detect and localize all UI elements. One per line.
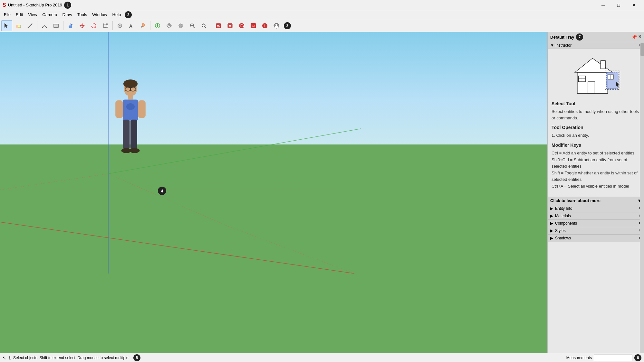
modifier-key-3: Shift = Toggle whether an entity is with… (552, 170, 640, 182)
menubar: File Edit View Camera Draw Tools Window … (0, 10, 644, 19)
click-to-learn-label: Click to learn about more (550, 198, 601, 203)
svg-line-30 (205, 27, 206, 28)
tray-close-icon[interactable]: ✕ (638, 34, 641, 40)
shadows-section[interactable]: ▶ Shadows ✕ (548, 234, 644, 242)
instructor-content: Select Tool Select entities to modify wh… (548, 49, 644, 193)
arc-tool-button[interactable] (39, 20, 50, 31)
panel-scrollbar[interactable] (640, 42, 644, 353)
maximize-button[interactable]: □ (611, 0, 626, 10)
badge-7: 7 (576, 33, 583, 41)
default-tray-label: Default Tray (550, 35, 574, 40)
ground (0, 144, 547, 353)
svg-text:i: i (264, 24, 264, 28)
menu-view[interactable]: View (25, 12, 40, 18)
svg-line-26 (193, 27, 195, 28)
svg-rect-14 (103, 27, 104, 28)
menu-window[interactable]: Window (90, 12, 110, 18)
select-tool-title: Select Tool (552, 100, 640, 107)
menu-help[interactable]: Help (110, 12, 124, 18)
line-tool-button[interactable] (24, 20, 35, 31)
model-info-button[interactable]: i (259, 20, 270, 31)
svg-marker-65 (575, 58, 612, 72)
pan-tool-button[interactable] (175, 20, 186, 31)
menu-edit[interactable]: Edit (13, 12, 25, 18)
menu-file[interactable]: File (1, 12, 13, 18)
add-location-button[interactable]: AL (248, 20, 259, 31)
menu-camera[interactable]: Camera (40, 12, 60, 18)
menu-tools[interactable]: Tools (75, 12, 90, 18)
materials-left: ▶ Materials (550, 214, 571, 218)
svg-marker-10 (93, 23, 94, 24)
badge-6: 6 (634, 354, 641, 361)
styles-section[interactable]: ▶ Styles ✕ (548, 227, 644, 234)
svg-point-24 (180, 25, 181, 26)
profile-button[interactable] (271, 20, 282, 31)
svg-marker-20 (156, 24, 159, 27)
entity-info-arrow: ▶ (550, 206, 553, 211)
toolbar-separator-5 (211, 21, 211, 30)
click-to-learn-button[interactable]: Click to learn about more ▼ (548, 197, 644, 205)
badge-1: 1 (64, 2, 71, 9)
tray-pin-icon[interactable]: 📌 (631, 34, 637, 40)
svg-marker-8 (68, 25, 71, 26)
menu-draw[interactable]: Draw (60, 12, 75, 18)
walk-tool-button[interactable]: W (213, 20, 224, 31)
tool-operation-title: Tool Operation (552, 124, 640, 131)
badge-4-container: 4 (158, 187, 166, 195)
svg-point-34 (229, 25, 231, 27)
paint-tool-button[interactable] (138, 20, 149, 31)
scale-tool-button[interactable] (100, 20, 111, 31)
svg-rect-2 (16, 25, 18, 28)
modifier-key-4: Ctrl+A = Select all visible entities in … (552, 183, 640, 190)
status-message: Select objects. Shift to extend select. … (13, 356, 130, 360)
svg-rect-12 (103, 23, 104, 25)
select-tool-button[interactable] (1, 20, 12, 31)
instructor-collapse-icon[interactable]: ▼ (550, 43, 554, 48)
tape-tool-button[interactable] (114, 20, 125, 31)
styles-label: Styles (555, 228, 566, 233)
svg-marker-0 (5, 23, 8, 28)
zoom-extents-button[interactable] (198, 20, 209, 31)
shape-tool-button[interactable] (51, 20, 62, 31)
components-tool-button[interactable] (152, 20, 163, 31)
entity-info-section[interactable]: ▶ Entity Info ✕ (548, 205, 644, 212)
pushpull-tool-button[interactable] (65, 20, 76, 31)
select-tool-desc: Select entities to modify when using oth… (552, 108, 640, 121)
components-section[interactable]: ▶ Components ✕ (548, 219, 644, 227)
statusbar: ↖ ℹ Select objects. Shift to extend sele… (0, 353, 644, 362)
close-button[interactable]: ✕ (627, 0, 641, 10)
shadows-label: Shadows (555, 236, 571, 240)
orbit-tool-button[interactable] (164, 20, 175, 31)
badge-3: 3 (284, 22, 291, 29)
extension-warehouse-button[interactable]: EW (236, 20, 247, 31)
svg-rect-39 (262, 23, 267, 28)
svg-point-23 (168, 25, 170, 26)
components-label: Components (555, 221, 577, 226)
measurements-input[interactable] (594, 355, 632, 361)
toolbar-separator-1 (37, 21, 37, 30)
svg-marker-9 (80, 23, 85, 28)
materials-arrow: ▶ (550, 214, 553, 218)
modifier-key-2: Shift+Ctrl = Subtract an entity from set… (552, 157, 640, 169)
viewport[interactable]: 4 (0, 32, 547, 353)
toolbar: A W EW AL i 3 (0, 19, 644, 32)
rotate-tool-button[interactable] (88, 20, 99, 31)
camera-tool-button[interactable] (225, 20, 235, 31)
eraser-tool-button[interactable] (13, 20, 24, 31)
modifier-key-1: Ctrl = Add an entity to set of selected … (552, 150, 640, 156)
app-icon: S (3, 2, 6, 8)
house-illustration (570, 52, 622, 97)
svg-marker-6 (71, 23, 73, 25)
move-tool-button[interactable] (77, 20, 88, 31)
right-panel: Default Tray 7 📌 ✕ ▼ Instructor ✕ (547, 32, 644, 353)
badge-4: 4 (158, 187, 166, 195)
svg-text:EW: EW (240, 24, 245, 28)
zoom-tool-button[interactable] (187, 20, 198, 31)
titlebar-controls: ─ □ ✕ (596, 0, 641, 10)
scrollbar-thumb[interactable] (640, 43, 644, 56)
text-tool-button[interactable]: A (126, 20, 137, 31)
materials-section[interactable]: ▶ Materials ✕ (548, 212, 644, 219)
minimize-button[interactable]: ─ (596, 0, 610, 10)
svg-point-17 (119, 25, 120, 26)
components-left: ▶ Components (550, 221, 577, 226)
